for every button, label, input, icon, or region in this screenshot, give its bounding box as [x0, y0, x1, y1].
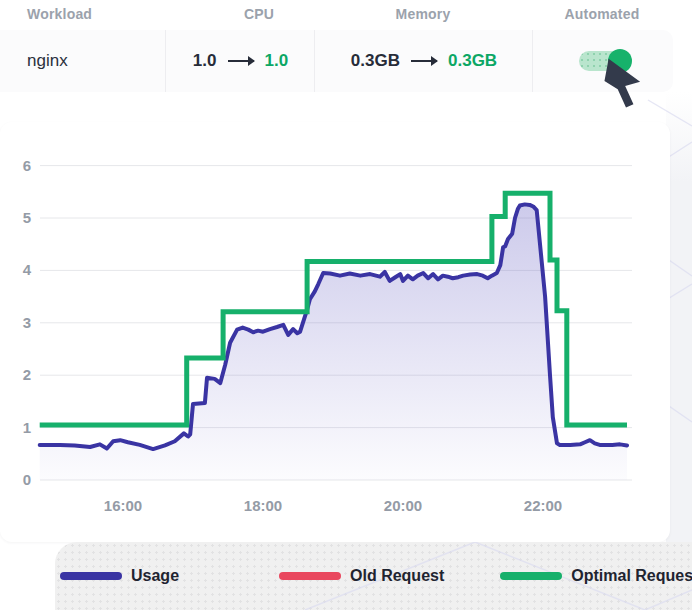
chart-card: 0123456 16:0018:0020:0022:00	[0, 122, 670, 542]
cpu-new-value: 1.0	[265, 51, 289, 71]
toggle-knob	[608, 49, 632, 73]
chart-series	[40, 193, 627, 480]
workload-name: nginx	[27, 51, 68, 71]
usage-chart: 0123456 16:0018:0020:0022:00	[0, 122, 670, 542]
column-header-cpu: CPU	[203, 6, 315, 22]
automated-toggle[interactable]	[579, 51, 629, 71]
x-axis-labels: 16:0018:0020:0022:00	[104, 497, 562, 514]
old-request-swatch	[279, 572, 341, 580]
column-header-memory: Memory	[367, 6, 479, 22]
memory-old-value: 0.3GB	[351, 51, 400, 71]
column-header-automated: Automated	[546, 6, 658, 22]
legend-label: Optimal Request	[571, 567, 692, 585]
chart-legend: Usage Old Request Optimal Request	[55, 542, 692, 610]
svg-text:22:00: 22:00	[524, 497, 562, 514]
legend-label: Usage	[131, 567, 179, 585]
svg-text:3: 3	[23, 314, 31, 331]
arrow-right-icon	[228, 60, 254, 62]
column-header-workload: Workload	[27, 6, 92, 22]
table-header: Workload CPU Memory Automated	[0, 6, 692, 28]
svg-text:20:00: 20:00	[384, 497, 422, 514]
cpu-old-value: 1.0	[193, 51, 217, 71]
usage-swatch	[60, 572, 122, 580]
memory-cell: 0.3GB 0.3GB	[314, 30, 533, 92]
arrow-right-icon	[411, 60, 437, 62]
svg-text:1: 1	[23, 419, 31, 436]
svg-text:5: 5	[23, 209, 31, 226]
svg-text:0: 0	[23, 471, 31, 488]
cpu-cell: 1.0 1.0	[165, 30, 315, 92]
workload-cell: nginx	[0, 30, 165, 92]
svg-text:6: 6	[23, 157, 31, 174]
memory-new-value: 0.3GB	[448, 51, 497, 71]
legend-label: Old Request	[350, 567, 444, 585]
svg-text:18:00: 18:00	[244, 497, 282, 514]
workload-row[interactable]: nginx 1.0 1.0 0.3GB 0.3GB	[0, 30, 673, 92]
legend-item-old-request[interactable]: Old Request	[279, 567, 444, 585]
legend-item-optimal-request[interactable]: Optimal Request	[500, 567, 692, 585]
automated-cell	[532, 30, 674, 92]
svg-text:2: 2	[23, 366, 31, 383]
legend-item-usage[interactable]: Usage	[60, 567, 179, 585]
svg-text:16:00: 16:00	[104, 497, 142, 514]
svg-text:4: 4	[23, 261, 32, 278]
y-axis-labels: 0123456	[23, 157, 32, 488]
optimal-request-swatch	[500, 572, 562, 580]
